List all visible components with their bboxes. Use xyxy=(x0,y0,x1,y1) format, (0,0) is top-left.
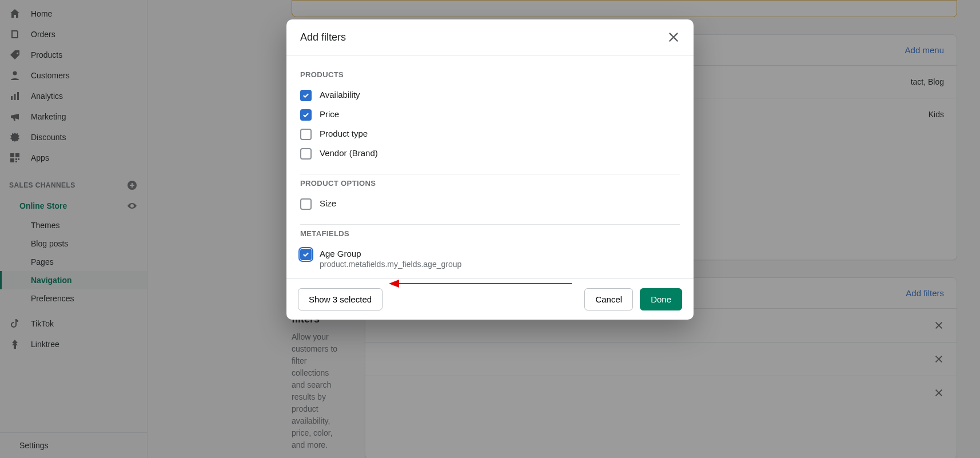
option-label: Age Group xyxy=(320,249,461,258)
modal-overlay: Add filters PRODUCTS Availability Price … xyxy=(0,0,980,458)
close-icon[interactable] xyxy=(667,31,680,43)
filter-option-price[interactable]: Price xyxy=(300,105,680,125)
option-label: Availability xyxy=(320,90,360,99)
filter-option-product-type[interactable]: Product type xyxy=(300,125,680,144)
add-filters-modal: Add filters PRODUCTS Availability Price … xyxy=(286,19,694,320)
done-button[interactable]: Done xyxy=(640,288,682,310)
checkbox[interactable] xyxy=(300,148,312,160)
show-selected-button[interactable]: Show 3 selected xyxy=(298,288,383,310)
checkbox[interactable] xyxy=(300,129,312,140)
option-label: Vendor (Brand) xyxy=(320,148,378,158)
filter-option-size[interactable]: Size xyxy=(300,194,680,214)
option-sublabel: product.metafields.my_fields.age_group xyxy=(320,260,461,269)
checkbox[interactable] xyxy=(300,90,312,101)
modal-header: Add filters xyxy=(286,19,694,55)
checkbox[interactable] xyxy=(300,109,312,121)
filter-option-availability[interactable]: Availability xyxy=(300,86,680,105)
modal-footer: Show 3 selected Cancel Done xyxy=(286,278,694,320)
group-metafields: METAFIELDS xyxy=(300,229,680,238)
option-label: Price xyxy=(320,109,339,119)
group-products: PRODUCTS xyxy=(300,70,680,79)
option-label: Size xyxy=(320,198,336,208)
group-product-options: PRODUCT OPTIONS xyxy=(300,179,680,188)
checkbox[interactable] xyxy=(300,249,312,260)
checkbox[interactable] xyxy=(300,198,312,210)
filter-option-vendor[interactable]: Vendor (Brand) xyxy=(300,144,680,164)
cancel-button[interactable]: Cancel xyxy=(584,288,633,310)
modal-title: Add filters xyxy=(300,31,346,43)
filter-option-age-group[interactable]: Age Group product.metafields.my_fields.a… xyxy=(300,245,680,273)
modal-body: PRODUCTS Availability Price Product type… xyxy=(286,55,694,278)
option-label: Product type xyxy=(320,129,368,138)
